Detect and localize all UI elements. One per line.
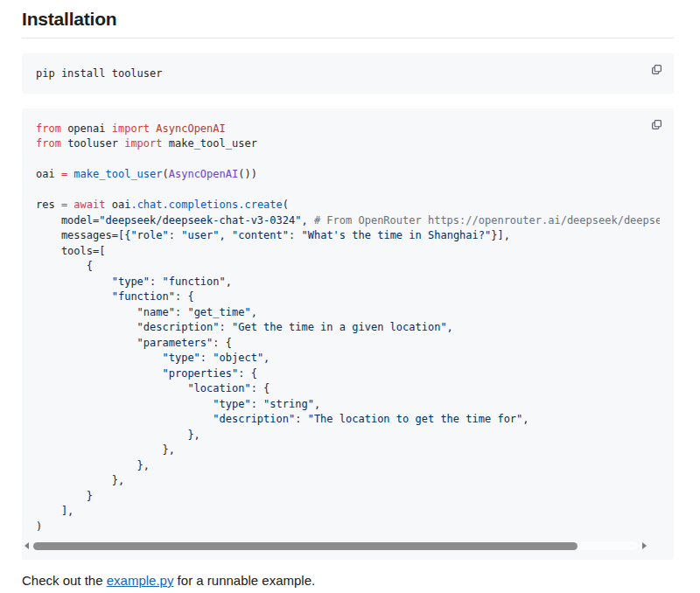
- scrollbar-left-arrow-icon[interactable]: [24, 542, 29, 549]
- horizontal-scrollbar[interactable]: [24, 540, 671, 552]
- copy-icon: [650, 121, 663, 134]
- doc-page: Installation pip install tooluser from o…: [0, 0, 700, 588]
- code-block-example: from openai import AsyncOpenAIfrom toolu…: [22, 108, 674, 561]
- scrollbar-track[interactable]: [33, 541, 638, 550]
- page-title: Installation: [22, 9, 674, 38]
- code-content-example: from openai import AsyncOpenAIfrom toolu…: [36, 122, 660, 535]
- copy-button[interactable]: [648, 116, 665, 133]
- code-content-install: pip install tooluser: [36, 66, 660, 82]
- copy-button[interactable]: [648, 61, 665, 78]
- example-link[interactable]: example.py: [107, 573, 174, 588]
- scrollbar-thumb[interactable]: [33, 542, 578, 550]
- scrollbar-right-arrow-icon[interactable]: [642, 542, 647, 549]
- footer-prefix: Check out the: [22, 573, 107, 588]
- footer-text: Check out the example.py for a runnable …: [22, 573, 674, 588]
- footer-suffix: for a runnable example.: [173, 573, 315, 588]
- code-block-install: pip install tooluser: [22, 53, 674, 94]
- copy-icon: [650, 66, 663, 79]
